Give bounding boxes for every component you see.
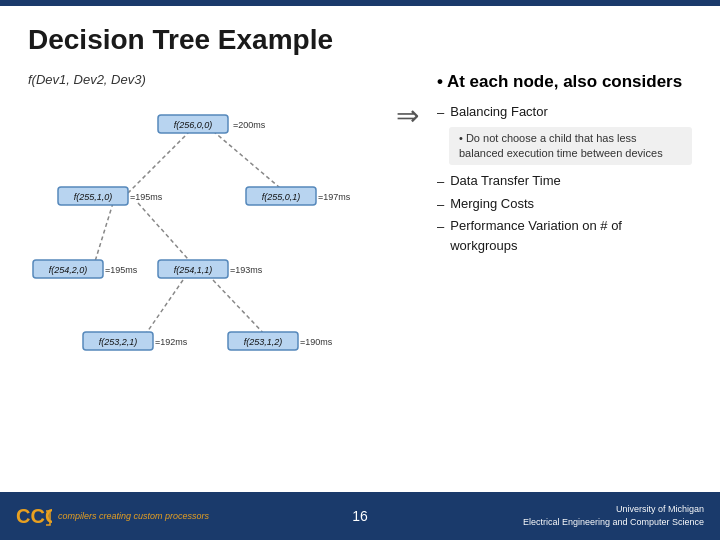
svg-text:f(253,1,2): f(253,1,2) [244,337,283,347]
svg-text:f(254,2,0): f(254,2,0) [49,265,88,275]
footer-dept: Electrical Engineering and Computer Scie… [523,517,704,527]
svg-text:=197ms: =197ms [318,192,351,202]
item-label-0: Balancing Factor [450,102,548,123]
footer-tagline: compilers creating custom processors [58,511,209,521]
right-panel: • At each node, also considers – Balanci… [437,72,692,480]
svg-text:=195ms: =195ms [105,265,138,275]
footer-university: University of Michigan Electrical Engine… [523,503,704,528]
bullet-section: – Balancing Factor Do not choose a child… [437,102,692,257]
main-body: f(Dev1, Dev2, Dev3) [28,72,692,480]
svg-text:=190ms: =190ms [300,337,333,347]
dash-2: – [437,172,444,192]
dash-4: – [437,217,444,255]
item-label-3: Performance Variation on # of workgroups [450,216,692,255]
considers-row: • At each node, also considers [437,72,692,92]
svg-text:=193ms: =193ms [230,265,263,275]
list-item: – Balancing Factor [437,102,692,123]
list-item: – Data Transfer Time [437,171,692,192]
svg-line-5 [213,280,268,338]
svg-text:f(253,2,1): f(253,2,1) [99,337,138,347]
svg-line-3 [138,203,196,268]
func-label: f(Dev1, Dev2, Dev3) [28,72,378,87]
ccc-logo-icon: CCC [16,501,52,531]
footer-univ-name: University of Michigan [616,504,704,514]
svg-line-0 [128,131,190,193]
svg-text:f(254,1,1): f(254,1,1) [174,265,213,275]
dash-3: – [437,195,444,215]
slide-title: Decision Tree Example [28,24,692,56]
item-label-1: Data Transfer Time [450,171,561,192]
footer-logo: CCC compilers creating custom processors [16,501,209,531]
svg-text:CCC: CCC [16,505,52,527]
svg-line-1 [213,131,286,193]
tree-svg: f(256,0,0) =200ms f(255,1,0) =195ms f(25… [28,95,358,375]
tree-container: f(256,0,0) =200ms f(255,1,0) =195ms f(25… [28,95,358,375]
svg-text:f(255,1,0): f(255,1,0) [74,192,113,202]
svg-text:f(255,0,1): f(255,0,1) [262,192,301,202]
arrow-icon: ⇒ [396,102,419,130]
footer-page-number: 16 [352,508,368,524]
bullet-prefix: • [437,72,443,92]
svg-text:f(256,0,0): f(256,0,0) [174,120,213,130]
left-panel: f(Dev1, Dev2, Dev3) [28,72,378,480]
considers-header: At each node, also considers [447,72,682,92]
svg-text:=195ms: =195ms [130,192,163,202]
list-item: – Merging Costs [437,194,692,215]
slide-content: Decision Tree Example f(Dev1, Dev2, Dev3… [0,6,720,492]
list-item: – Performance Variation on # of workgrou… [437,216,692,255]
svg-line-2 [93,203,113,268]
item-label-2: Merging Costs [450,194,534,215]
sub-bullet-0: Do not choose a child that has less bala… [449,127,692,166]
svg-line-4 [143,280,183,338]
svg-text:=192ms: =192ms [155,337,188,347]
svg-text:=200ms: =200ms [233,120,266,130]
footer-bar: CCC compilers creating custom processors… [0,492,720,540]
arrow-divider: ⇒ [388,72,427,480]
dash-1: – [437,103,444,123]
